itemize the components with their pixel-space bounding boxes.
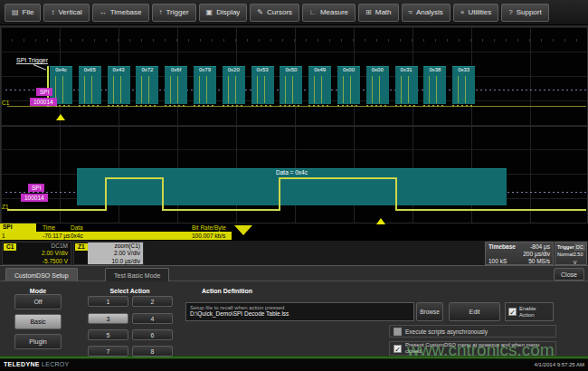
action-button-8[interactable]: 8 [132,346,173,357]
timebase-descriptor[interactable]: Timebase-804 µs 200 µs/div 100 kS50 MS/s [485,242,554,265]
mode-plugin-button[interactable]: Plugin [14,334,62,349]
z1-trace-label: Z1 [2,204,9,210]
menu-display-label: Display [216,8,240,16]
action-button-2[interactable]: 2 [132,296,173,307]
tab-test-basic-mode[interactable]: Test Basic Mode [105,268,169,281]
decode-clock-ticks [366,105,389,107]
action-button-1[interactable]: 1 [88,296,128,307]
trigger-position-marker[interactable] [56,114,65,120]
c1-descriptor[interactable]: C1 DC1M 2.00 V/div -5.7500 V [2,242,71,265]
decode-clock-ticks [194,105,216,107]
menu-analysis[interactable]: ≈Analysis [402,4,450,22]
spi-decode-byte-value: 0x50 [280,67,302,72]
zoom-trace-edge [395,177,397,211]
menu-bar: ▤File ↕Vertical ↔Timebase ↑Trigger ▣Disp… [0,0,588,25]
menu-measure[interactable]: ∟Measure [302,4,356,22]
present-menu-row[interactable]: ✓ Present CustomDSO menu at powerup and … [389,341,556,356]
menu-file-label: File [23,8,34,16]
spi-decode-byte-box: 0x53 [251,66,274,104]
zoom-bus-id-badge[interactable]: 100014 [21,194,48,202]
decode-clock-ticks [165,105,187,107]
spi-decode-byte-value: 0x31 [395,67,418,72]
file-icon: ▤ [12,8,19,16]
mode-basic-button[interactable]: Basic [14,314,62,329]
action-button-6[interactable]: 6 [132,329,173,340]
menu-math[interactable]: ⊞Math [358,4,399,22]
trigger-coupling: DC [574,243,585,251]
timebase-tdiv: 200 µs/div [523,251,550,258]
decode-waveform-line [379,76,380,103]
present-menu-label: Present CustomDSO menu at powerup and wh… [405,342,552,355]
decode-clock-ticks [423,105,446,107]
action-button-5[interactable]: 5 [88,329,128,340]
menu-vertical[interactable]: ↕Vertical [43,4,89,22]
action-button-4[interactable]: 4 [132,313,173,324]
menu-file[interactable]: ▤File [5,4,41,22]
measure-icon: ∟ [309,8,317,16]
descriptor-strip: C1 DC1M 2.00 V/div -5.7500 V Z1 zoom(C1)… [0,240,588,265]
bus-id-badge[interactable]: 100014 [30,98,57,106]
spi-decode-byte-value: 0x4c [50,67,72,72]
menu-timebase[interactable]: ↔Timebase [92,4,149,22]
decode-waveform-line [458,76,459,103]
col-time: Time [43,224,55,232]
menu-display[interactable]: ▣Display [199,4,248,22]
browse-button[interactable]: Browse [416,302,443,321]
spi-decode-byte-box: 0x20 [223,66,245,104]
spi-decode-byte-value: 0x49 [308,67,331,72]
tab-customdso-setup[interactable]: CustomDSO Setup [5,268,78,281]
customdso-dialog: CustomDSO Setup Test Basic Mode Close Mo… [0,265,588,356]
trigger-icon: ↑ [159,8,163,16]
enable-action-checkbox-group[interactable]: ✓ Enable Action [505,302,554,321]
zoom-bus-badge-spi[interactable]: SPI [28,184,44,192]
brand-lecroy: LECROY [42,361,70,367]
spi-decode-byte-box: 0x31 [395,66,418,104]
zoom-trace-edge [279,177,280,211]
menu-utilities[interactable]: ×Utilities [453,4,498,22]
z1-descriptor[interactable]: Z1 zoom(C1) 2.00 V/div 10.0 µs/div [73,242,144,265]
decode-waveform-line [113,76,114,103]
display-icon: ▣ [206,8,213,16]
spi-decode-byte-box: 0x65 [79,66,101,104]
spi-decode-byte-box: 0x33 [452,66,475,104]
menu-analysis-label: Analysis [416,8,443,16]
decode-clock-ticks [395,105,418,107]
present-menu-checkbox[interactable]: ✓ [394,345,402,353]
menu-cursors[interactable]: ✎Cursors [250,4,299,22]
decode-table-title-tab[interactable]: SPI [0,224,36,232]
spi-decode-byte-box: 0x38 [423,66,446,104]
edit-button[interactable]: Edit [449,302,500,321]
menu-support[interactable]: ?Support [501,4,548,22]
action-button-3[interactable]: 3 [88,313,128,324]
timebase-icon: ↔ [100,8,107,16]
decode-waveform-line [177,76,178,103]
vertical-icon: ↕ [51,8,54,16]
mode-off-button[interactable]: Off [14,294,62,309]
execute-scripts-checkbox[interactable] [394,328,402,336]
setup-file-field[interactable]: Setup file to recall when action pressed… [185,302,414,321]
menu-vertical-label: Vertical [58,8,81,16]
status-bar: TELEDYNE LECROY 4/1/2014 9:57:25 AM [0,356,588,371]
enable-action-checkbox[interactable]: ✓ [508,308,517,316]
bus-badge-spi[interactable]: SPI [36,88,52,96]
menu-math-label: Math [375,8,392,16]
decode-clock-ticks [223,105,245,107]
decode-waveform-line [257,76,258,103]
action-button-7[interactable]: 7 [88,346,128,357]
spi-decode-byte-box: 0x50 [280,66,302,104]
execute-scripts-row[interactable]: Execute scripts asynchronously [389,325,556,338]
decode-table-row[interactable]: 1 -70.117 µs 0x4c 100.007 kb/s [0,232,232,240]
decode-waveform-line [170,76,171,103]
trigger-level: 2.50 V [574,251,584,266]
datetime-display: 4/1/2014 9:57:25 AM [535,362,584,367]
decode-clock-ticks [337,105,360,107]
trigger-descriptor[interactable]: TriggerDC Normal2.50 V SPI [555,242,587,265]
zoom-position-marker[interactable] [376,218,385,224]
z1-source: zoom(C1) [90,243,140,250]
zoom-trace-edge [162,177,164,211]
menu-measure-label: Measure [320,8,348,16]
close-button[interactable]: Close [554,268,584,281]
menu-support-label: Support [517,8,542,16]
table-expand-arrow[interactable] [234,225,252,235]
menu-trigger[interactable]: ↑Trigger [152,4,196,22]
